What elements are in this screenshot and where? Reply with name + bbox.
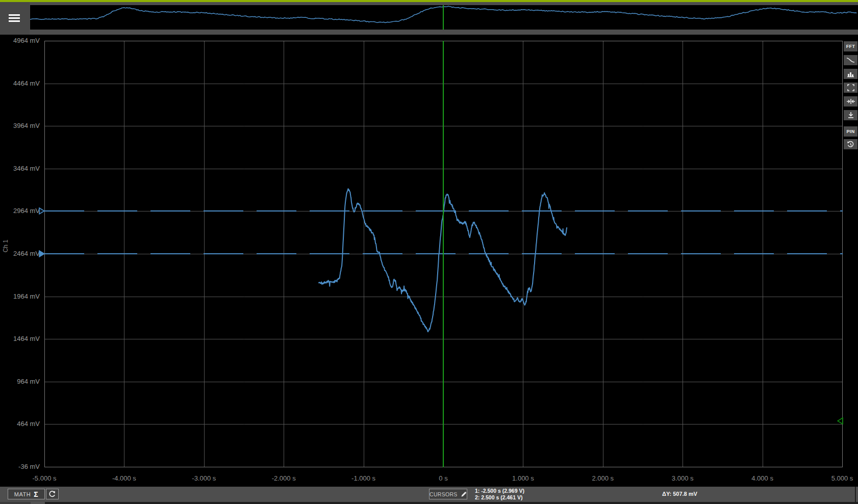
y-axis-tick-label: 4964 mV <box>0 37 40 44</box>
smoothing-button[interactable] <box>844 55 857 65</box>
y-axis-tick-label: 964 mV <box>0 378 40 385</box>
fullscreen-button[interactable] <box>844 83 857 93</box>
sigma-icon: Σ <box>34 490 38 498</box>
expand-icon <box>847 84 854 91</box>
bottom-scrollbar[interactable] <box>0 502 858 504</box>
cursor-readout-2: 2: 2.500 s (2.461 V) <box>475 494 524 501</box>
cursor2-handle[interactable] <box>39 250 45 257</box>
x-axis-tick-label: -4.000 s <box>101 474 147 482</box>
center-horizontal-button[interactable] <box>844 96 857 107</box>
y-axis-tick-label: -36 mV <box>0 463 40 470</box>
scrollbar-thumb[interactable] <box>0 502 31 504</box>
x-axis-tick-label: -5.000 s <box>21 474 67 482</box>
cursor-readout-1: 1: -2.500 s (2.969 V) <box>475 488 524 494</box>
x-axis-tick-label: -2.000 s <box>261 474 307 482</box>
y-axis-tick-label: 2964 mV <box>0 207 40 215</box>
trigger-level-handle[interactable] <box>837 417 843 425</box>
x-axis-tick-label: 1.000 s <box>500 474 546 482</box>
history-button[interactable] <box>844 139 857 149</box>
fft-button-label: FFT <box>846 44 855 49</box>
overview-canvas[interactable] <box>30 5 858 30</box>
history-icon <box>847 141 854 148</box>
x-axis-tick-label: 5.000 s <box>819 474 858 482</box>
curve-icon <box>846 57 855 64</box>
refresh-icon <box>48 490 56 498</box>
x-axis-tick-label: 2.000 s <box>580 474 626 482</box>
scrollbar-thumb-light[interactable] <box>31 502 45 504</box>
y-axis-tick-label: 3964 mV <box>0 122 40 129</box>
pencil-icon <box>461 491 467 498</box>
collapse-horizontal-icon <box>847 98 855 104</box>
download-icon <box>847 112 854 119</box>
x-axis-tick-label: 3.000 s <box>660 474 705 482</box>
cursor-readouts: 1: -2.500 s (2.969 V) 2: 2.500 s (2.461 … <box>475 488 524 501</box>
export-button[interactable] <box>844 110 857 120</box>
bottom-bar-divider <box>855 487 856 502</box>
menu-button[interactable] <box>0 2 30 35</box>
refresh-button[interactable] <box>46 489 59 499</box>
y-axis-tick-label: 3464 mV <box>0 165 40 172</box>
bottom-bar: MATH Σ CURSORS 1: -2.500 s (2.969 V) 2: … <box>0 487 858 502</box>
fft-button[interactable]: FFT <box>844 41 857 51</box>
scope-display: 4964 mV4464 mV3964 mV3464 mV2964 mV2464 … <box>0 35 858 487</box>
x-axis-tick-label: -1.000 s <box>341 474 387 482</box>
pin-button[interactable]: PIN <box>844 126 857 137</box>
y-axis-tick-label: 464 mV <box>0 420 40 428</box>
top-bar <box>0 2 858 35</box>
cursors-button[interactable]: CURSORS <box>429 489 467 499</box>
math-button[interactable]: MATH Σ <box>8 489 45 499</box>
y-axis-tick-label: 4464 mV <box>0 80 40 87</box>
channel-label: Ch 1 <box>2 240 9 252</box>
y-axis-tick-label: 1464 mV <box>0 335 40 342</box>
main-plot[interactable] <box>44 41 843 467</box>
y-axis-tick-label: 1964 mV <box>0 293 40 300</box>
x-axis-tick-label: 0 s <box>420 474 466 482</box>
waveform-overview[interactable] <box>30 5 858 30</box>
histogram-button[interactable] <box>844 69 857 79</box>
cursor1-handle[interactable] <box>39 207 45 215</box>
cursors-button-label: CURSORS <box>430 491 458 497</box>
math-button-label: MATH <box>14 491 31 497</box>
x-axis-tick-label: 4.000 s <box>740 474 786 482</box>
delta-y-readout: ΔY: 507.8 mV <box>662 491 697 497</box>
x-axis-tick-label: -3.000 s <box>181 474 227 482</box>
pin-button-label: PIN <box>847 129 855 134</box>
histogram-icon <box>847 71 854 77</box>
